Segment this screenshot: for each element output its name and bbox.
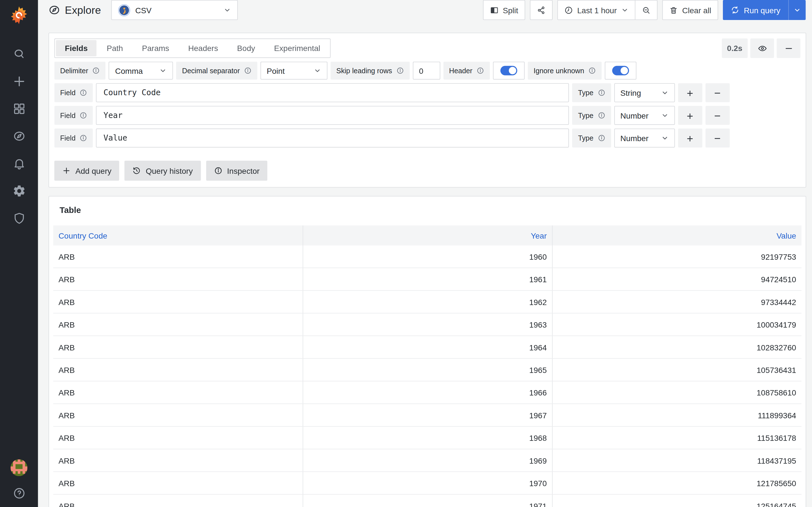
share-icon	[537, 6, 546, 15]
time-range-picker[interactable]: Last 1 hour	[558, 1, 635, 19]
cell-country: ARB	[53, 404, 303, 426]
delimiter-label-text: Delimiter	[60, 67, 88, 75]
dashboards-icon[interactable]	[12, 102, 26, 115]
cell-country: ARB	[53, 381, 303, 404]
header-toggle[interactable]	[493, 62, 524, 80]
tab-params[interactable]: Params	[133, 40, 178, 56]
configuration-icon[interactable]	[12, 184, 26, 198]
cell-year: 1971	[303, 495, 552, 507]
zoom-out-button[interactable]	[635, 1, 657, 19]
tab-headers[interactable]: Headers	[179, 40, 227, 56]
run-query-dropdown[interactable]	[788, 0, 806, 20]
collapse-query-button[interactable]	[777, 39, 801, 58]
tab-experimental[interactable]: Experimental	[265, 40, 329, 56]
info-icon[interactable]	[244, 67, 252, 74]
query-duration-badge: 0.2s	[722, 39, 748, 58]
type-label: Type	[572, 106, 611, 125]
field-name-input[interactable]	[96, 128, 569, 147]
chevron-down-icon	[794, 6, 801, 13]
add-field-button[interactable]: +	[678, 128, 702, 147]
info-icon[interactable]	[598, 89, 605, 96]
run-query-main[interactable]: Run query	[723, 0, 788, 20]
cell-year: 1969	[303, 449, 552, 471]
avatar[interactable]	[10, 459, 28, 476]
field-row: Field Type String + −	[54, 83, 801, 102]
cell-country: ARB	[53, 245, 303, 268]
decimal-separator-label: Decimal separator	[176, 62, 257, 80]
add-icon[interactable]	[12, 75, 26, 88]
add-field-button[interactable]: +	[678, 83, 702, 102]
skip-leading-rows-input[interactable]	[413, 62, 440, 80]
field-name-input[interactable]	[96, 83, 569, 102]
table-row: ARB 1971 125164745	[53, 495, 802, 507]
info-icon[interactable]	[598, 112, 605, 119]
field-type-select[interactable]: String	[614, 83, 675, 102]
field-type-select[interactable]: Number	[614, 128, 675, 147]
explore-icon[interactable]	[12, 129, 26, 143]
search-icon[interactable]	[12, 47, 26, 61]
toggle-switch-on	[612, 66, 629, 75]
info-icon[interactable]	[80, 89, 87, 96]
field-name-input[interactable]	[96, 106, 569, 125]
add-field-button[interactable]: +	[678, 106, 702, 125]
cell-country: ARB	[53, 291, 303, 313]
clock-icon	[564, 6, 573, 15]
explore-toolbar: Explore CSV Split	[38, 0, 812, 20]
help-icon[interactable]	[12, 487, 26, 500]
chevron-down-icon	[661, 112, 668, 119]
cell-year: 1966	[303, 381, 552, 404]
remove-field-button[interactable]: −	[705, 128, 729, 147]
inspector-button[interactable]: Inspector	[206, 161, 267, 180]
cell-value: 115136178	[552, 427, 802, 449]
column-header-value[interactable]: Value	[552, 225, 802, 245]
split-button[interactable]: Split	[483, 0, 525, 20]
info-icon[interactable]	[396, 67, 404, 74]
info-circle-icon	[214, 166, 222, 175]
info-icon[interactable]	[80, 134, 87, 142]
grafana-logo-icon[interactable]	[9, 5, 29, 25]
cell-value: 111899364	[552, 404, 802, 426]
tab-fields[interactable]: Fields	[56, 40, 97, 56]
alerting-icon[interactable]	[12, 157, 26, 170]
info-icon[interactable]	[589, 67, 596, 74]
cell-year: 1961	[303, 268, 552, 290]
admin-icon[interactable]	[12, 212, 26, 225]
cell-value: 100034179	[552, 314, 802, 336]
share-button[interactable]	[530, 0, 552, 20]
table-row: ARB 1960 92197753	[53, 245, 802, 268]
delimiter-select[interactable]: Comma	[109, 62, 173, 80]
info-icon[interactable]	[476, 67, 484, 74]
remove-field-button[interactable]: −	[705, 106, 729, 125]
field-type-select[interactable]: Number	[614, 106, 675, 125]
run-query-button[interactable]: Run query	[723, 0, 806, 20]
ignore-unknown-toggle[interactable]	[605, 62, 637, 80]
info-icon[interactable]	[80, 112, 87, 119]
cell-value: 105736431	[552, 359, 802, 381]
table-row: ARB 1962 97334442	[53, 291, 802, 313]
type-label: Type	[572, 83, 611, 102]
field-type-value: Number	[620, 133, 649, 143]
hide-response-button[interactable]	[750, 39, 774, 58]
plus-icon	[62, 166, 71, 175]
type-label: Type	[572, 128, 611, 147]
tab-path[interactable]: Path	[98, 40, 132, 56]
query-history-button[interactable]: Query history	[124, 161, 201, 180]
column-header-year[interactable]: Year	[303, 225, 552, 245]
remove-field-button[interactable]: −	[705, 83, 729, 102]
sidebar-bottom	[10, 459, 28, 500]
cell-value: 118437195	[552, 449, 802, 471]
tab-body[interactable]: Body	[228, 40, 264, 56]
decimal-separator-select[interactable]: Point	[260, 62, 327, 80]
info-icon[interactable]	[598, 134, 605, 142]
field-label: Field	[54, 83, 93, 102]
page-title: Explore	[65, 4, 101, 16]
info-icon[interactable]	[93, 67, 100, 74]
cell-country: ARB	[53, 449, 303, 471]
datasource-picker[interactable]: CSV	[111, 0, 238, 20]
sidebar	[0, 0, 38, 507]
field-type-value: Number	[620, 111, 649, 120]
add-query-button[interactable]: Add query	[54, 161, 119, 180]
clear-all-button[interactable]: Clear all	[662, 0, 718, 20]
table-row: ARB 1968 115136178	[53, 427, 802, 449]
column-header-country-code[interactable]: Country Code	[53, 225, 303, 245]
